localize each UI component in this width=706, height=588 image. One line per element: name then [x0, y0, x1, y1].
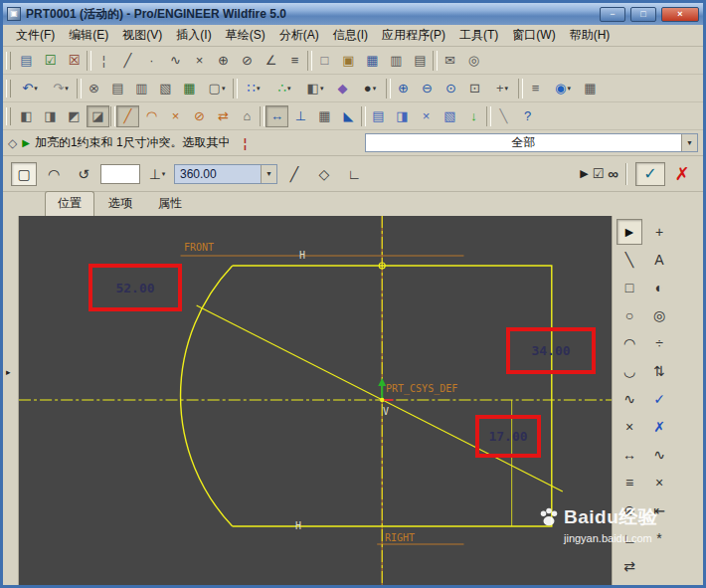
centerline-icon[interactable]: ¦ — [92, 50, 115, 72]
menu-sketch[interactable]: 草绘(S) — [219, 25, 272, 46]
datum-point-display-icon[interactable]: ◩ — [63, 105, 86, 127]
section-shade-icon[interactable]: ◣ — [337, 105, 360, 127]
offset-tool[interactable]: ◎ — [646, 302, 672, 328]
axis-button[interactable]: ↺ — [71, 162, 96, 186]
context-help-icon[interactable]: ? — [516, 105, 539, 127]
menu-file[interactable]: 文件(F) — [9, 25, 62, 46]
resume-icon[interactable]: ▶ — [580, 167, 588, 180]
fillet-tool[interactable]: ◡ — [617, 358, 642, 384]
menu-tools[interactable]: 工具(T) — [452, 25, 505, 46]
line-tool[interactable]: ╲ — [617, 247, 642, 273]
accept-down-icon[interactable]: ↓ — [462, 105, 485, 127]
cancel-tool[interactable]: ✗ — [646, 414, 672, 440]
exit-sketch-icon[interactable]: ⌂ — [236, 105, 259, 127]
axis-point-icon[interactable]: ⊕ — [212, 50, 235, 72]
sash-arrow-icon[interactable]: ▸ — [6, 367, 11, 377]
menu-view[interactable]: 视图(V) — [115, 25, 169, 46]
shapes-icon[interactable]: ◆ — [331, 78, 354, 99]
cross-icon[interactable]: × — [188, 50, 211, 72]
circle-tool[interactable]: ○ — [617, 302, 642, 328]
menu-window[interactable]: 窗口(W) — [505, 25, 562, 46]
menu-applications[interactable]: 应用程序(P) — [375, 25, 452, 46]
save-icon[interactable]: ▦ — [361, 50, 384, 72]
paste-special-icon[interactable]: ▧ — [154, 78, 177, 99]
half-section-icon[interactable]: ◨ — [391, 105, 414, 127]
modify-icon[interactable]: ≡ — [283, 50, 306, 72]
dimension-icon[interactable]: ∠ — [260, 50, 282, 72]
datum-plane-display-icon[interactable]: ◧ — [15, 105, 38, 127]
spline-tool[interactable]: ∿ — [617, 386, 642, 412]
accept-tool[interactable]: ✓ — [646, 386, 672, 412]
layers-icon[interactable]: ≡ — [524, 78, 547, 99]
select-box-icon[interactable]: ▢ — [202, 78, 232, 99]
text-tool[interactable]: A — [646, 247, 672, 273]
datum-plus-tool[interactable]: + — [646, 219, 672, 245]
zoom-fit-icon[interactable]: ⊙ — [440, 78, 462, 99]
chevron-down-icon[interactable]: ▼ — [261, 165, 276, 183]
h-dimension-icon[interactable]: ↔ — [265, 105, 288, 127]
delete-tool[interactable]: × — [646, 470, 672, 495]
maximize-button[interactable]: □ — [630, 7, 656, 22]
intersect-icon[interactable]: × — [415, 105, 438, 127]
sketch-arc-icon[interactable]: ◠ — [140, 105, 163, 127]
open-file-icon[interactable]: ▣ — [337, 50, 360, 72]
navigator-sash[interactable]: ▸ — [3, 216, 19, 585]
menu-analysis[interactable]: 分析(A) — [272, 25, 326, 46]
divide-tool[interactable]: ÷ — [646, 330, 672, 356]
paste-icon[interactable]: ▥ — [130, 78, 153, 99]
axis-reference-box[interactable] — [100, 164, 140, 184]
menu-help[interactable]: 帮助(H) — [563, 25, 618, 46]
sketch-pencil-icon[interactable]: ╲ — [492, 105, 515, 127]
print-preview-icon[interactable]: ▤ — [409, 50, 432, 72]
datum-axis-display-icon[interactable]: ◨ — [39, 105, 62, 127]
arc-tool[interactable]: ◠ — [617, 330, 642, 356]
tab-placement[interactable]: 位置 — [45, 191, 94, 216]
minimize-button[interactable]: − — [600, 7, 625, 22]
point-icon[interactable]: · — [140, 50, 163, 72]
dimension-tool[interactable]: ↔ — [617, 442, 642, 468]
sketch-point-icon[interactable]: × — [164, 105, 187, 127]
cut-icon[interactable]: ⊗ — [83, 78, 105, 99]
cancel-feature-button[interactable]: ✗ — [669, 163, 695, 185]
angle-ref-button[interactable]: ∟ — [341, 162, 367, 186]
datum-filter-icon[interactable]: ∷ — [239, 78, 268, 99]
symmetric-button[interactable]: ◇ — [311, 162, 337, 186]
angle-value[interactable]: 360.00 — [175, 167, 261, 181]
mail-icon[interactable]: ✉ — [439, 50, 461, 72]
trim-icon[interactable]: ⊘ — [236, 50, 259, 72]
chevron-down-icon[interactable]: ▼ — [681, 134, 697, 151]
perimeter-tool[interactable]: ⇅ — [646, 358, 672, 384]
sketch-rectangle[interactable] — [233, 266, 552, 526]
model-display-icon[interactable]: ◧ — [300, 78, 330, 99]
sketch-accept-icon[interactable]: ☑ — [39, 50, 62, 72]
palette-tool[interactable]: ◐ — [646, 275, 672, 300]
analysis-icon[interactable]: ∴ — [269, 78, 299, 99]
sketch-cancel-icon[interactable]: ☒ — [63, 50, 86, 72]
perpendicular-button[interactable]: ⊥ — [144, 162, 170, 186]
preview-glasses-icon[interactable]: ∞ — [608, 165, 618, 182]
point-tool[interactable]: × — [617, 414, 642, 440]
model-info-icon[interactable]: ◎ — [462, 50, 485, 72]
section-button[interactable]: ▢ — [11, 162, 37, 186]
project-icon[interactable]: ▧ — [439, 105, 461, 127]
profile-button[interactable]: ◠ — [41, 162, 67, 186]
sketch-trim-icon[interactable]: ⊘ — [188, 105, 211, 127]
shade-icon[interactable]: ● — [355, 78, 385, 99]
orient-icon[interactable]: + — [487, 78, 517, 99]
spline-icon[interactable]: ∿ — [164, 50, 187, 72]
flip-angle-button[interactable]: ╱ — [281, 162, 307, 186]
perp-constraint-icon[interactable]: ⊥ — [289, 105, 312, 127]
verify-checkbox[interactable]: ☑ — [593, 166, 605, 181]
wave-tool[interactable]: ∿ — [646, 442, 672, 468]
sketch-line-icon[interactable]: ╱ — [116, 105, 139, 127]
close-button[interactable]: × — [661, 7, 699, 22]
datum-csys-display-icon[interactable]: ◪ — [87, 105, 109, 127]
undo-icon[interactable]: ↶ — [15, 78, 45, 99]
grid-icon[interactable]: ▦ — [313, 105, 336, 127]
copy-icon[interactable]: ▤ — [106, 78, 129, 99]
tab-properties[interactable]: 属性 — [146, 192, 194, 216]
zoom-in-icon[interactable]: ⊕ — [392, 78, 415, 99]
angle-combo[interactable]: 360.00 ▼ — [174, 164, 277, 184]
new-file-icon[interactable]: □ — [313, 50, 336, 72]
print-icon[interactable]: ▥ — [385, 50, 408, 72]
